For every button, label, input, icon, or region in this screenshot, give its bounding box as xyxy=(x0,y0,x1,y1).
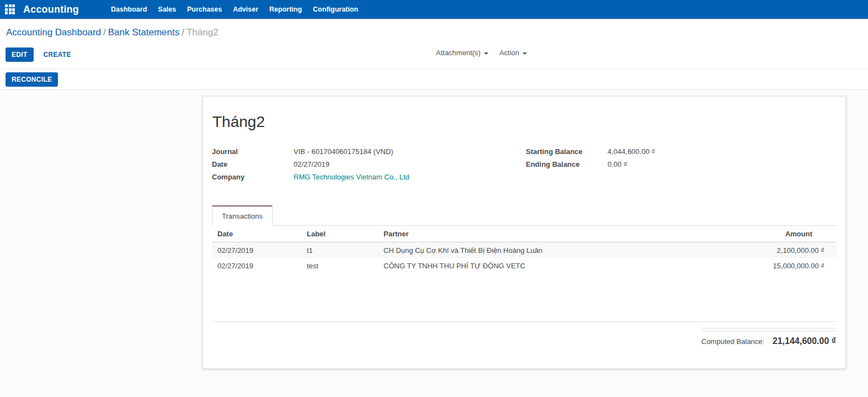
table-header-row: DateLabelPartnerAmount xyxy=(212,226,837,242)
field-label: Date xyxy=(212,160,294,168)
form-statusbar: RECONCILE xyxy=(0,69,868,90)
divider xyxy=(701,331,836,331)
control-panel: Accounting Dashboard/Bank Statements/Thá… xyxy=(0,19,868,69)
menu-item-reporting[interactable]: Reporting xyxy=(269,6,302,13)
field-row: Date02/27/2019 xyxy=(212,160,526,168)
column-header-date[interactable]: Date xyxy=(212,226,301,242)
caret-down-icon xyxy=(484,52,488,55)
tab-transactions[interactable]: Transactions xyxy=(212,205,273,226)
field-row: JournalVIB - 601704060175184 (VND) xyxy=(212,147,526,156)
field-label: Journal xyxy=(212,147,294,156)
field-row: Ending Balance0.00 ₫ xyxy=(526,160,837,168)
reconcile-button[interactable]: RECONCILE xyxy=(6,72,58,87)
column-header-amount[interactable]: Amount xyxy=(704,226,837,242)
form-sheet: Tháng2 JournalVIB - 601704060175184 (VND… xyxy=(203,96,846,369)
column-header-label[interactable]: Label xyxy=(301,226,378,242)
table-empty-area xyxy=(212,273,837,321)
action-dropdown-label: Action xyxy=(499,49,519,57)
cell-partner: CH Dụng Cụ Cơ Khí và Thiết Bị Điện Hoàng… xyxy=(378,242,704,258)
cell-label: t1 xyxy=(301,242,378,258)
field-label: Starting Balance xyxy=(526,147,608,156)
action-dropdown[interactable]: Action xyxy=(499,49,527,57)
breadcrumb: Accounting Dashboard/Bank Statements/Thá… xyxy=(6,27,868,39)
transactions-table: DateLabelPartnerAmount 02/27/2019t1CH Dụ… xyxy=(212,226,837,322)
cell-date: 02/27/2019 xyxy=(212,242,301,258)
cell-amount: 2,100,000.00 ₫ xyxy=(704,242,837,258)
field-label: Ending Balance xyxy=(526,160,608,168)
field-label: Company xyxy=(212,173,294,181)
top-navbar: Accounting DashboardSalesPurchasesAdvise… xyxy=(0,0,868,19)
breadcrumb-item: Tháng2 xyxy=(187,27,219,38)
field-value: 0.00 ₫ xyxy=(608,160,627,168)
cell-date: 02/27/2019 xyxy=(212,258,301,273)
notebook: Transactions DateLabelPartnerAmount 02/2… xyxy=(212,205,837,322)
attachments-dropdown-label: Attachment(s) xyxy=(436,49,481,57)
field-value: 4,044,600.00 ₫ xyxy=(608,147,655,156)
table-body: 02/27/2019t1CH Dụng Cụ Cơ Khí và Thiết B… xyxy=(212,242,837,274)
field-row: CompanyRMG Technologies Vietnam Co., Ltd xyxy=(212,173,526,181)
menu-item-adviser[interactable]: Adviser xyxy=(233,6,258,13)
field-group-left: JournalVIB - 601704060175184 (VND)Date02… xyxy=(212,147,526,186)
menu-item-dashboard[interactable]: Dashboard xyxy=(111,6,147,13)
attachments-dropdown[interactable]: Attachment(s) xyxy=(436,49,488,57)
field-value[interactable]: RMG Technologies Vietnam Co., Ltd xyxy=(294,173,409,181)
cell-label: test xyxy=(301,258,378,273)
computed-balance-value: 21,144,600.00 ₫ xyxy=(773,336,836,346)
create-button[interactable]: CREATE xyxy=(41,48,73,61)
sidebar-dropdowns: Attachment(s) Action xyxy=(436,49,527,57)
field-value: 02/27/2019 xyxy=(294,160,329,168)
field-groups: JournalVIB - 601704060175184 (VND)Date02… xyxy=(212,147,837,186)
breadcrumb-separator: / xyxy=(103,27,106,38)
record-title: Tháng2 xyxy=(212,113,837,131)
breadcrumb-item[interactable]: Accounting Dashboard xyxy=(6,27,101,38)
field-row: Starting Balance4,044,600.00 ₫ xyxy=(526,147,837,156)
breadcrumb-separator: / xyxy=(182,27,184,38)
divider xyxy=(701,328,836,329)
caret-down-icon xyxy=(523,52,527,55)
breadcrumb-item[interactable]: Bank Statements xyxy=(108,27,179,38)
computed-balance-block: Computed Balance: 21,144,600.00 ₫ xyxy=(701,326,836,346)
app-title: Accounting xyxy=(23,4,79,15)
table-row[interactable]: 02/27/2019testCÔNG TY TNHH THU PHÍ TỰ ĐỘ… xyxy=(212,258,837,273)
computed-balance-label: Computed Balance: xyxy=(701,337,764,346)
menu-item-sales[interactable]: Sales xyxy=(158,6,176,13)
form-view: Tháng2 JournalVIB - 601704060175184 (VND… xyxy=(0,90,868,380)
cell-partner: CÔNG TY TNHH THU PHÍ TỰ ĐỘNG VETC xyxy=(378,258,704,273)
sheet-footer: Computed Balance: 21,144,600.00 ₫ xyxy=(212,326,837,346)
column-header-partner[interactable]: Partner xyxy=(378,226,704,242)
edit-button[interactable]: EDIT xyxy=(6,47,34,62)
table-row[interactable]: 02/27/2019t1CH Dụng Cụ Cơ Khí và Thiết B… xyxy=(212,242,837,258)
tab-strip: Transactions xyxy=(212,205,837,226)
top-menu: DashboardSalesPurchasesAdviserReportingC… xyxy=(105,6,364,13)
menu-item-purchases[interactable]: Purchases xyxy=(187,6,222,13)
cell-amount: 15,000,000.00 ₫ xyxy=(704,258,837,273)
menu-item-configuration[interactable]: Configuration xyxy=(313,6,358,13)
field-group-right: Starting Balance4,044,600.00 ₫Ending Bal… xyxy=(526,147,837,186)
apps-grid-icon[interactable] xyxy=(5,4,15,14)
control-panel-buttons: EDIT CREATE Attachment(s) Action xyxy=(6,47,868,62)
field-value: VIB - 601704060175184 (VND) xyxy=(294,147,393,156)
